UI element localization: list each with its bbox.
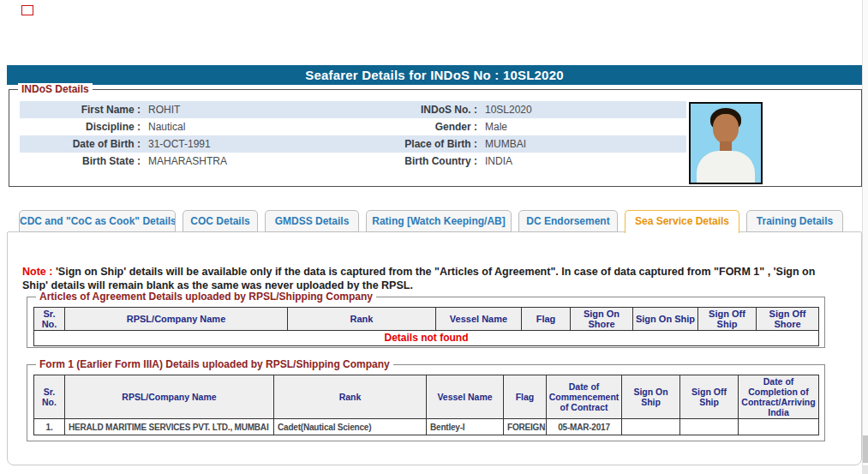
column-header-rpsl-company-name: RPSL/Company Name (65, 308, 288, 331)
column-header-date-of-completion-of-contract-arriving-india: Date of Completion of Contract/Arriving … (739, 375, 819, 419)
photo-face (713, 114, 739, 144)
cell (739, 419, 819, 435)
scrollbar-corner (862, 465, 868, 474)
form1-table: Sr. No.RPSL/Company NameRankVessel NameF… (33, 375, 819, 435)
column-header-flag: Flag (504, 375, 547, 419)
column-header-sign-on-ship: Sign On Ship (633, 308, 698, 331)
form1-legend: Form 1 (Earlier Form IIIA) Details uploa… (36, 358, 393, 370)
column-header-vessel-name: Vessel Name (436, 308, 522, 331)
field-label: INDoS No. : (354, 101, 481, 118)
field-label: Discipline : (20, 118, 144, 135)
cell: 1. (34, 419, 65, 435)
sign-on-ship-note: Note : 'Sign on Ship' details will be av… (22, 265, 838, 292)
cell: 05-MAR-2017 (547, 419, 622, 435)
field-label: Birth State : (20, 153, 144, 170)
indos-details-legend: INDoS Details (18, 83, 93, 95)
field-value: INDIA (481, 153, 686, 170)
tab-sea-service-details[interactable]: Sea Service Details (625, 210, 739, 233)
column-header-sign-off-ship: Sign Off Ship (680, 375, 739, 419)
tab-gmdss-details[interactable]: GMDSS Details (265, 210, 359, 232)
cell: HERALD MARITIME SERVICES PVT. LTD., MUMB… (65, 419, 274, 435)
tab-dc-endorsement[interactable]: DC Endorsement (518, 210, 618, 232)
form1-section: Form 1 (Earlier Form IIIA) Details uploa… (27, 364, 825, 441)
field-value: MAHARASHTRA (144, 153, 354, 170)
field-label: First Name : (20, 101, 144, 118)
field-value: MUMBAI (481, 135, 686, 153)
photo-shirt (697, 151, 755, 183)
column-header-sign-on-shore: Sign On Shore (571, 308, 633, 331)
indos-field-rows: First Name :ROHITINDoS No. :10SL2020Disc… (20, 101, 686, 170)
empty-message: Details not found (34, 331, 819, 346)
column-header-date-of-commencement-of-contract: Date of Commencement of Contract (547, 375, 622, 419)
field-value: 31-OCT-1991 (144, 135, 354, 153)
column-header-sign-off-ship: Sign Off Ship (698, 308, 757, 331)
field-value: ROHIT (144, 101, 354, 118)
header-row: Sr. No.RPSL/Company NameRankVessel NameF… (34, 375, 819, 419)
field-value: Male (481, 118, 686, 135)
cell (680, 419, 739, 435)
cell: FOREIGN (504, 419, 547, 435)
column-header-flag: Flag (522, 308, 571, 331)
column-header-sr-no: Sr. No. (34, 308, 65, 331)
field-row: Birth State :MAHARASHTRABirth Country :I… (20, 153, 686, 170)
column-header-sign-off-shore: Sign Off Shore (757, 308, 819, 331)
tab-training-details[interactable]: Training Details (746, 210, 843, 232)
field-row: First Name :ROHITINDoS No. :10SL2020 (20, 101, 686, 118)
sea-service-tab-panel: Note : 'Sign on Ship' details will be av… (7, 231, 862, 465)
articles-legend: Articles of Agreement Details uploaded b… (36, 291, 376, 303)
cell (622, 419, 680, 435)
field-value: Nautical (144, 118, 354, 135)
broken-image-icon (21, 5, 33, 15)
table-row: 1.HERALD MARITIME SERVICES PVT. LTD., MU… (34, 419, 819, 435)
field-label: Gender : (354, 118, 481, 135)
note-prefix: Note : (22, 266, 56, 278)
articles-table: Sr. No.RPSL/Company NameRankVessel NameF… (33, 307, 819, 346)
page-title: Seafarer Details for INDoS No : 10SL2020 (7, 65, 862, 85)
tab-rating-watch-keeping-ab[interactable]: Rating [Watch Keeping/AB] (366, 210, 512, 232)
column-header-sign-on-ship: Sign On Ship (622, 375, 680, 419)
column-header-rank: Rank (274, 375, 427, 419)
empty-row: Details not found (34, 331, 819, 346)
seafarer-details-page: Seafarer Details for INDoS No : 10SL2020… (0, 0, 868, 474)
field-label: Place of Birth : (354, 135, 481, 153)
column-header-vessel-name: Vessel Name (427, 375, 504, 419)
field-label: Date of Birth : (20, 135, 144, 153)
vertical-scrollbar-thumb[interactable] (863, 435, 868, 463)
column-header-rank: Rank (288, 308, 436, 331)
tab-coc-details[interactable]: COC Details (183, 210, 258, 232)
field-value: 10SL2020 (481, 101, 686, 118)
articles-of-agreement-section: Articles of Agreement Details uploaded b… (27, 297, 825, 348)
field-label: Birth Country : (354, 153, 481, 170)
field-row: Discipline :NauticalGender :Male (20, 118, 686, 135)
tab-bar: CDC and "CoC as Cook" DetailsCOC Details… (19, 210, 843, 233)
header-row: Sr. No.RPSL/Company NameRankVessel NameF… (34, 308, 819, 331)
tab-cdc-and-coc-as-cook-details[interactable]: CDC and "CoC as Cook" Details (19, 210, 176, 232)
cell: Bentley-I (427, 419, 504, 435)
cell: Cadet(Nautical Science) (274, 419, 427, 435)
field-row: Date of Birth :31-OCT-1991Place of Birth… (20, 135, 686, 153)
column-header-rpsl-company-name: RPSL/Company Name (65, 375, 274, 419)
seafarer-photo (689, 102, 763, 184)
vertical-scrollbar-track[interactable] (862, 0, 868, 474)
note-text: 'Sign on Ship' details will be available… (22, 266, 815, 291)
column-header-sr-no: Sr. No. (34, 375, 65, 419)
